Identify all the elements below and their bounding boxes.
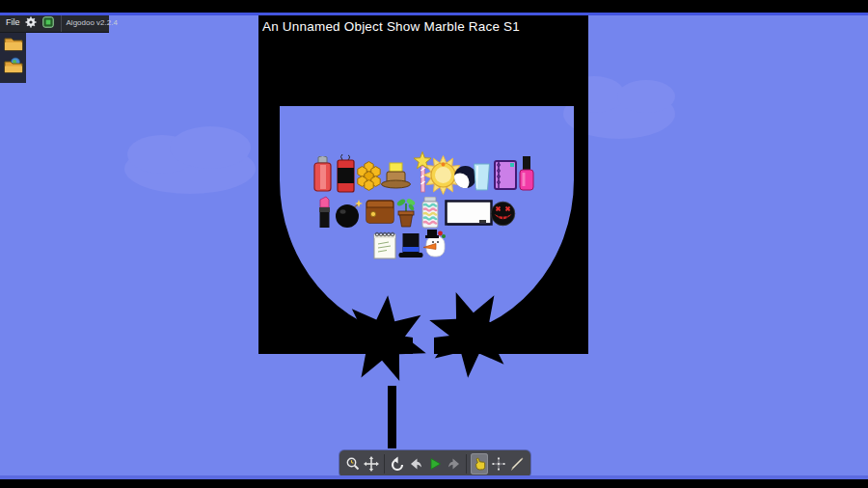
back-arrow-icon	[408, 456, 423, 472]
browse-online-folder-button[interactable]	[3, 56, 23, 73]
marble-lipstick[interactable]	[318, 196, 331, 229]
redo-tool-button[interactable]	[446, 453, 463, 474]
marble-honeycomb[interactable]	[356, 160, 382, 191]
drag-hand-icon	[472, 456, 487, 472]
version-label: Algodoo v2.2.4	[62, 18, 122, 27]
back-tool-button[interactable]	[408, 453, 425, 474]
undo-icon	[390, 456, 405, 472]
bottom-toolbar	[339, 450, 530, 477]
cloud-left	[124, 126, 256, 194]
pan-icon	[364, 456, 379, 472]
marble-whiteboard[interactable]	[445, 200, 493, 228]
marble-spray-can[interactable]	[312, 156, 333, 193]
marble-snowman[interactable]	[423, 230, 447, 258]
scene-title: An Unnamed Object Show Marble Race S1	[262, 19, 581, 34]
drag-tool-button[interactable]	[471, 453, 488, 474]
move-dots-icon	[491, 456, 506, 472]
plugins-icon	[42, 16, 54, 28]
accent-line-top	[0, 13, 868, 15]
marble-glass-of-water[interactable]	[473, 163, 491, 191]
marble-scary-face[interactable]	[490, 201, 516, 227]
algodoo-window: An Unnamed Object Show Marble Race S1	[0, 0, 868, 488]
plugins-button[interactable]	[42, 16, 55, 29]
file-menu[interactable]: File	[6, 17, 20, 27]
undo-tool-button[interactable]	[389, 453, 406, 474]
zoom-tool-button[interactable]	[344, 453, 362, 474]
menu-bar: File Algodoo v2.2.4	[0, 13, 109, 33]
brush-icon	[509, 456, 525, 472]
toolbar-separator	[466, 454, 467, 474]
marble-wallet[interactable]	[366, 199, 394, 225]
play-icon	[427, 456, 443, 472]
letterbox-top	[0, 0, 868, 13]
marble-notebook[interactable]	[492, 159, 518, 191]
toolbar-separator	[384, 454, 385, 474]
marble-top-hat[interactable]	[398, 232, 423, 258]
open-folder-button[interactable]	[3, 35, 23, 52]
redo-arrow-icon	[447, 456, 462, 472]
move-tool-button[interactable]	[490, 453, 507, 474]
gear-button[interactable]	[25, 16, 38, 29]
marble-candy-jar[interactable]	[421, 197, 439, 229]
folder-globe-icon	[4, 57, 23, 73]
gear-icon	[25, 16, 37, 28]
letterbox-bottom	[0, 479, 868, 488]
marble-bomb[interactable]	[335, 200, 364, 229]
marble-buttered-hat[interactable]	[381, 161, 411, 189]
zoom-icon	[345, 456, 361, 472]
marble-notepad[interactable]	[373, 230, 396, 259]
folder-panel	[0, 32, 26, 83]
brush-tool-button[interactable]	[508, 453, 526, 474]
marble-dynamite[interactable]	[335, 153, 356, 193]
marble-sapling[interactable]	[395, 196, 417, 228]
marble-nail-polish[interactable]	[518, 156, 535, 192]
folder-icon	[4, 36, 23, 51]
play-tool-button[interactable]	[426, 453, 444, 474]
pan-tool-button[interactable]	[364, 453, 381, 474]
drop-pillar[interactable]	[388, 386, 396, 448]
